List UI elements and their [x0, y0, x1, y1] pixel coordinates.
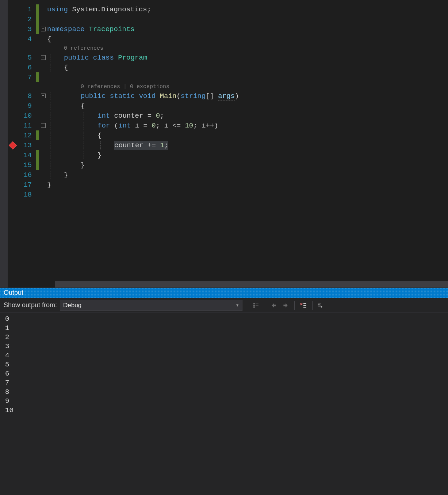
change-indicator: [35, 130, 39, 140]
line-number: 10: [18, 112, 35, 120]
output-title-bar[interactable]: Output: [0, 288, 448, 298]
code-line[interactable]: 11−for (int i = 0; i <= 10; i++): [8, 121, 239, 130]
toolbar-separator: [265, 301, 265, 310]
line-number: 11: [18, 122, 35, 130]
codelens-references[interactable]: 0 references | 0 exceptions: [47, 83, 169, 91]
horizontal-scrollbar[interactable]: [55, 281, 448, 288]
breakpoint-gutter[interactable]: [8, 142, 18, 148]
code-text[interactable]: {: [47, 35, 51, 43]
change-indicator: [35, 190, 39, 199]
output-line: 7: [5, 379, 443, 388]
fold-gutter[interactable]: −: [39, 55, 47, 60]
line-number: 12: [18, 132, 35, 140]
code-line[interactable]: 12{: [8, 130, 239, 140]
fold-collapse-icon[interactable]: −: [41, 27, 46, 31]
code-text[interactable]: {: [47, 132, 102, 140]
toolbar-separator: [247, 301, 247, 310]
line-number: 1: [18, 5, 35, 14]
code-text[interactable]: public static void Main(string[] args): [47, 92, 239, 100]
line-number: 13: [18, 141, 35, 149]
output-line: 8: [5, 388, 443, 397]
change-indicator: [35, 34, 39, 44]
code-line[interactable]: 16}: [8, 170, 239, 180]
output-title: Output: [4, 289, 23, 297]
code-text[interactable]: }: [47, 181, 51, 189]
code-line[interactable]: 9{: [8, 101, 239, 111]
code-text[interactable]: using System.Diagnostics;: [47, 5, 151, 14]
code-text[interactable]: counter += 1;: [47, 141, 168, 149]
fold-gutter[interactable]: −: [39, 123, 47, 128]
code-text[interactable]: namespace Tracepoints: [47, 25, 134, 33]
show-output-from-label: Show output from:: [4, 301, 57, 309]
output-line: 2: [5, 333, 443, 342]
code-text[interactable]: int counter = 0;: [47, 112, 164, 120]
fold-collapse-icon[interactable]: −: [41, 94, 46, 98]
fold-collapse-icon[interactable]: −: [41, 123, 46, 128]
code-line[interactable]: 15}: [8, 160, 239, 170]
output-line: 1: [5, 324, 443, 333]
code-line[interactable]: 5−public class Program: [8, 53, 239, 62]
line-number: 7: [18, 73, 35, 81]
word-wrap-icon[interactable]: ab: [317, 301, 326, 310]
change-indicator: [35, 101, 39, 111]
line-number: 14: [18, 151, 35, 159]
line-number: 5: [18, 54, 35, 62]
output-source-dropdown[interactable]: Debug ▼: [60, 300, 242, 311]
change-indicator: [35, 62, 39, 72]
code-line[interactable]: 13counter += 1;: [8, 140, 239, 150]
svg-text:ab: ab: [318, 302, 321, 306]
code-line[interactable]: 17}: [8, 180, 239, 190]
tracepoint-icon[interactable]: [9, 141, 17, 149]
code-line[interactable]: 2: [8, 14, 239, 24]
code-line[interactable]: 7: [8, 72, 239, 82]
output-line: 4: [5, 351, 443, 361]
line-number: 18: [18, 191, 35, 199]
change-indicator: [35, 53, 39, 62]
code-text[interactable]: }: [47, 161, 85, 169]
output-line: 3: [5, 342, 443, 351]
line-number: 17: [18, 181, 35, 189]
code-line[interactable]: 4{: [8, 34, 239, 44]
code-editor[interactable]: 1using System.Diagnostics;23−namespace T…: [0, 0, 448, 288]
line-number: 9: [18, 102, 35, 110]
code-line[interactable]: 3−namespace Tracepoints: [8, 24, 239, 34]
change-indicator: [35, 111, 39, 121]
code-line[interactable]: 10int counter = 0;: [8, 111, 239, 121]
code-line[interactable]: 6{: [8, 62, 239, 72]
output-line: 0: [5, 315, 443, 324]
line-number: 4: [18, 35, 35, 43]
output-text[interactable]: 012345678910: [0, 313, 448, 495]
outline-strip: [0, 0, 8, 288]
code-text[interactable]: }: [47, 151, 102, 159]
change-indicator: [35, 170, 39, 180]
output-panel: Output Show output from: Debug ▼ ab 0123…: [0, 288, 448, 495]
change-indicator: [35, 160, 39, 170]
code-text[interactable]: {: [47, 64, 68, 72]
code-line[interactable]: 8−public static void Main(string[] args): [8, 91, 239, 101]
code-text[interactable]: public class Program: [47, 54, 147, 62]
fold-gutter[interactable]: −: [39, 27, 47, 31]
code-line[interactable]: 1using System.Diagnostics;: [8, 4, 239, 14]
code-text[interactable]: }: [47, 171, 68, 179]
codelens-references[interactable]: 0 references: [47, 44, 103, 52]
code-text[interactable]: {: [47, 102, 85, 110]
indent-guide-icon[interactable]: [252, 301, 260, 310]
code-line[interactable]: 14}: [8, 150, 239, 160]
fold-collapse-icon[interactable]: −: [41, 55, 46, 60]
output-line: 10: [5, 406, 443, 415]
clear-all-icon[interactable]: [299, 301, 308, 310]
change-indicator: [35, 140, 39, 150]
output-source-value: Debug: [63, 302, 81, 309]
output-toolbar: Show output from: Debug ▼ ab: [0, 298, 448, 313]
fold-gutter[interactable]: −: [39, 94, 47, 98]
change-indicator: [35, 4, 39, 14]
line-number: 8: [18, 92, 35, 100]
output-line: 9: [5, 397, 443, 406]
code-line[interactable]: 18: [8, 190, 239, 199]
output-line: 6: [5, 370, 443, 379]
code-text[interactable]: for (int i = 0; i <= 10; i++): [47, 122, 218, 130]
previous-icon[interactable]: [269, 301, 278, 310]
toolbar-separator: [294, 301, 295, 310]
output-line: 5: [5, 361, 443, 370]
next-icon[interactable]: [281, 301, 290, 310]
